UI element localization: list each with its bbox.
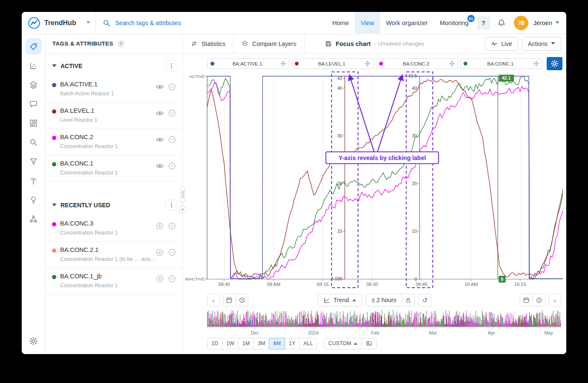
avatar[interactable]: JB	[514, 16, 528, 30]
panel-resize-handle[interactable]	[180, 186, 185, 203]
pan-left-button[interactable]: ‹	[207, 294, 220, 306]
legend-color-dot	[379, 62, 383, 66]
rail-context-items-button[interactable]	[26, 192, 42, 208]
toggle-visibility-button[interactable]	[156, 135, 164, 144]
tag-text: BA:CONC.2 Concentration Reactor 1	[60, 134, 156, 149]
tag-list-item[interactable]: BA:CONC.1_jb Concentration Reactor 1	[46, 268, 182, 294]
remove-tag-button[interactable]	[168, 135, 176, 144]
svg-text:INACTIVE: INACTIVE	[185, 277, 205, 281]
legend-chip[interactable]: BA:CONC.1	[460, 58, 542, 69]
tag-description: Concentration Reactor 1 (to be … analyse…	[60, 256, 156, 262]
remove-tag-button[interactable]	[168, 222, 176, 230]
remove-tag-button[interactable]	[168, 248, 176, 257]
custom-range-button[interactable]: CUSTOM	[324, 338, 362, 349]
remove-tag-button[interactable]	[168, 162, 176, 170]
toggle-visibility-button[interactable]	[156, 162, 164, 170]
tag-list-item[interactable]: BA:CONC.1 Concentration Reactor 1	[46, 155, 182, 182]
actions-button[interactable]: Actions	[522, 37, 561, 51]
legend-move-handle[interactable]	[365, 61, 370, 66]
rail-machine-learning-button[interactable]	[26, 211, 42, 227]
legend-label[interactable]: BA:LEVEL.1	[299, 61, 365, 66]
legend-label[interactable]: BA:CONC.2	[383, 61, 449, 66]
live-button[interactable]: Live	[485, 37, 518, 51]
rail-comments-button[interactable]	[26, 96, 42, 112]
legend-label[interactable]: BA:ACTIVE.1	[214, 61, 280, 66]
add-tag-button[interactable]	[156, 222, 164, 230]
tab-statistics[interactable]: Statistics	[183, 34, 233, 53]
save-icon[interactable]	[325, 40, 332, 47]
calendar-icon	[523, 297, 530, 303]
toggle-visibility-button[interactable]	[156, 109, 164, 117]
remove-tag-button[interactable]	[168, 83, 176, 91]
chevron-right-icon: ›	[554, 297, 556, 303]
chevron-left-icon: ‹	[213, 297, 215, 303]
time-window-button[interactable]: ± 2 hours	[366, 294, 402, 306]
tag-list-item[interactable]: BA:CONC.2 Concentration Reactor 1	[46, 129, 182, 155]
brand-caret-icon[interactable]	[86, 21, 90, 24]
rail-monitors-button[interactable]	[26, 172, 42, 189]
help-button[interactable]: ?	[477, 16, 490, 30]
chart-title-group: Focus chart - Unsaved changes	[325, 40, 424, 47]
range-1d-button[interactable]: 1D	[207, 338, 222, 349]
rail-scatter-button[interactable]	[26, 57, 42, 74]
snapshot-button[interactable]	[361, 338, 377, 349]
tag-list-item[interactable]: BA:LEVEL.1 Level Reactor 1	[46, 103, 182, 129]
toggle-visibility-button[interactable]	[156, 83, 164, 91]
section-collapse-caret[interactable]	[52, 203, 57, 207]
add-tag-button[interactable]	[156, 248, 164, 257]
nav-home[interactable]: Home	[326, 12, 355, 34]
nav-monitoring[interactable]: Monitoring31	[434, 12, 475, 34]
end-date-button[interactable]	[520, 294, 533, 306]
legend-move-handle[interactable]	[280, 61, 286, 66]
panel-help-icon[interactable]: ?	[117, 40, 125, 48]
trend-chart[interactable]: 08:4509 AM09:1509:3009:4510 AM10:15ACTIV…	[183, 71, 566, 291]
legend-label[interactable]: BA:CONC.1	[467, 61, 533, 66]
nav-work-organizer[interactable]: Work organizer	[380, 12, 434, 34]
rail-tags-button[interactable]	[26, 38, 42, 54]
rail-filters-button[interactable]	[26, 153, 42, 169]
legend-chip[interactable]: BA:CONC.2	[376, 58, 458, 69]
legend-move-handle[interactable]	[449, 61, 455, 66]
start-time-button[interactable]	[236, 294, 248, 306]
range-1w-button[interactable]: 1W	[222, 338, 239, 349]
range-6m-button[interactable]: 6M	[269, 338, 285, 349]
tab-compare-layers[interactable]: Compare Layers	[233, 34, 305, 53]
timeline-minimap[interactable]: Dec2024FebMarAprMay	[207, 310, 561, 336]
rail-dashboards-button[interactable]	[26, 115, 42, 131]
range-1m-button[interactable]: 1M	[238, 338, 254, 349]
lock-window-button[interactable]	[402, 294, 415, 306]
notifications-button[interactable]	[495, 16, 508, 30]
dashboard-icon	[29, 119, 38, 128]
user-menu[interactable]: Jeroen	[530, 12, 566, 34]
remove-tag-button[interactable]	[168, 109, 176, 117]
end-time-button[interactable]	[533, 294, 545, 306]
view-mode-select[interactable]: Trend	[318, 294, 362, 306]
legend-chip[interactable]: BA:ACTIVE.1	[207, 58, 289, 69]
section-menu-button[interactable]	[166, 60, 177, 71]
section-menu-button[interactable]	[166, 199, 177, 211]
rail-layers-button[interactable]	[26, 77, 42, 93]
panel-collapse-button[interactable]: ✕	[179, 206, 186, 213]
history-button[interactable]: ↺	[418, 294, 431, 306]
chart-settings-button[interactable]	[547, 57, 562, 70]
rail-settings-button[interactable]	[26, 333, 42, 349]
remove-tag-button[interactable]	[168, 274, 176, 283]
tag-description: Concentration Reactor 1	[60, 143, 156, 149]
tag-list-item[interactable]: BA:ACTIVE.1 Batch Active Reactor 1	[46, 76, 182, 103]
nav-view[interactable]: View	[355, 12, 380, 34]
add-tag-button[interactable]	[156, 274, 164, 283]
search-input[interactable]	[114, 19, 259, 27]
tag-list-item[interactable]: BA:CONC.2.1 Concentration Reactor 1 (to …	[46, 242, 182, 268]
range-3m-button[interactable]: 3M	[254, 338, 269, 349]
start-date-button[interactable]	[223, 294, 236, 306]
section-collapse-caret[interactable]	[52, 64, 57, 68]
range-1y-button[interactable]: 1Y	[285, 338, 300, 349]
legend-move-handle[interactable]	[533, 61, 539, 66]
tag-list-item[interactable]: BA:CONC.3 Concentration Reactor 1	[46, 215, 182, 242]
legend-chip[interactable]: BA:LEVEL.1	[291, 58, 374, 69]
range-all-button[interactable]: ALL	[299, 338, 317, 349]
brand[interactable]: TrendHub	[22, 12, 96, 34]
global-search[interactable]	[96, 12, 326, 34]
pan-right-button[interactable]: ›	[548, 294, 561, 306]
rail-search-data-button[interactable]	[26, 134, 42, 150]
